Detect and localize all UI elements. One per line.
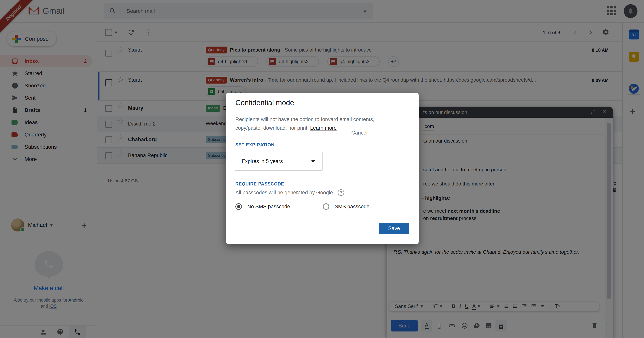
- save-button[interactable]: Save: [379, 223, 409, 234]
- passcode-note: All passcodes will be generated by Googl…: [235, 189, 344, 196]
- radio-unselected-icon[interactable]: [323, 203, 329, 210]
- no-sms-passcode-option[interactable]: No SMS passcode: [235, 203, 290, 210]
- sms-passcode-option[interactable]: SMS passcode: [323, 203, 370, 210]
- set-expiration-label: SET EXPIRATION: [235, 142, 274, 148]
- dialog-title: Confidential mode: [235, 99, 294, 107]
- help-question-icon[interactable]: ?: [338, 189, 344, 196]
- expiration-select[interactable]: Expires in 5 years: [235, 152, 322, 171]
- learn-more-link[interactable]: Learn more: [310, 125, 336, 131]
- radio-selected-icon[interactable]: [235, 203, 242, 210]
- confidential-mode-dialog[interactable]: Confidential mode Recipients will not ha…: [226, 93, 418, 244]
- cancel-button[interactable]: Cancel: [351, 130, 368, 136]
- select-caret-icon: [311, 160, 315, 163]
- require-passcode-label: REQUIRE PASSCODE: [235, 182, 284, 187]
